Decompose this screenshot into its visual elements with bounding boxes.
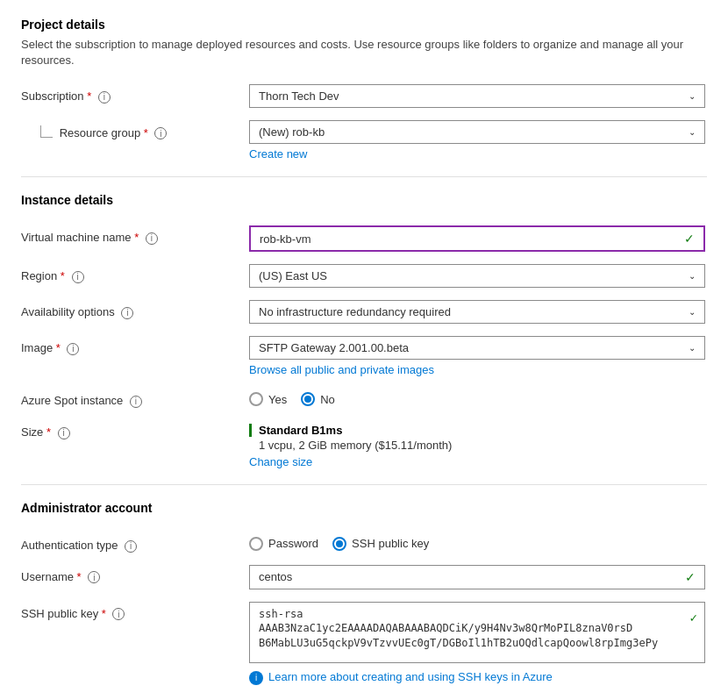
vm-name-required: * [134,231,139,244]
username-input[interactable]: centos ✓ [249,565,705,589]
instance-details-title: Instance details [21,193,707,207]
username-label: Username * i [21,565,249,584]
ssh-key-value: ssh-rsaAAAB3NzaC1yc2EAAAADAQABAAABAQDCiK… [259,608,658,650]
subscription-dropdown[interactable]: Thorn Tech Dev ⌄ [249,84,705,108]
availability-info-icon[interactable]: i [121,307,133,319]
image-required: * [56,341,61,354]
change-size-link[interactable]: Change size [249,455,312,468]
project-details-desc: Select the subscription to manage deploy… [21,37,707,68]
subscription-control: Thorn Tech Dev ⌄ [249,84,707,108]
auth-type-radio-group: Password SSH public key [249,533,707,551]
username-value: centos [259,570,292,583]
vm-name-control: rob-kb-vm ✓ [249,225,707,252]
ssh-key-check-icon: ✓ [690,610,697,627]
availability-row: Availability options i No infrastructure… [21,300,707,324]
resource-group-chevron-icon: ⌄ [689,127,696,137]
region-info-icon[interactable]: i [72,271,84,283]
region-row: Region * i (US) East US ⌄ [21,264,707,288]
auth-type-row: Authentication type i Password SSH publi… [21,533,707,553]
admin-account-section: Administrator account Authentication typ… [21,501,707,685]
auth-ssh-option[interactable]: SSH public key [332,537,429,551]
subscription-chevron-icon: ⌄ [689,91,696,101]
resource-group-value: (New) rob-kb [259,125,325,139]
region-required: * [61,269,65,282]
spot-yes-option[interactable]: Yes [249,392,287,406]
browse-images-link[interactable]: Browse all public and private images [249,363,434,376]
admin-account-title: Administrator account [21,501,707,515]
project-details-title: Project details [21,18,707,32]
image-info-icon[interactable]: i [67,343,79,355]
spot-no-radio[interactable] [301,392,315,406]
create-new-link[interactable]: Create new [249,147,307,161]
vm-name-value: rob-kb-vm [260,232,311,246]
region-chevron-icon: ⌄ [689,271,696,281]
region-value: (US) East US [259,269,327,282]
availability-label: Availability options i [21,300,249,319]
ssh-info-banner: i Learn more about creating and using SS… [249,670,705,685]
resource-group-label: Resource group * i [21,120,249,139]
region-dropdown[interactable]: (US) East US ⌄ [249,264,705,288]
username-control: centos ✓ [249,565,707,589]
availability-chevron-icon: ⌄ [689,307,696,317]
image-value: SFTP Gateway 2.001.00.beta [259,341,409,354]
vm-name-info-icon[interactable]: i [146,232,158,245]
spot-instance-label: Azure Spot instance i [21,389,249,408]
auth-ssh-radio[interactable] [332,537,346,551]
subscription-row: Subscription * i Thorn Tech Dev ⌄ [21,84,707,108]
resource-group-required: * [144,126,148,139]
vm-name-input[interactable]: rob-kb-vm ✓ [249,225,705,252]
spot-instance-radio-group: Yes No [249,389,707,406]
info-banner-icon: i [249,671,263,685]
resource-group-dropdown[interactable]: (New) rob-kb ⌄ [249,120,705,144]
auth-type-info-icon[interactable]: i [125,540,137,553]
ssh-key-wrapper: ssh-rsaAAAB3NzaC1yc2EAAAADAQABAAABAQDCiK… [249,602,705,663]
ssh-key-label: SSH public key * i [21,602,249,621]
vm-name-label: Virtual machine name * i [21,225,249,245]
spot-instance-info-icon[interactable]: i [130,396,142,408]
spot-instance-control: Yes No [249,389,707,406]
size-block: Standard B1ms 1 vcpu, 2 GiB memory ($15.… [249,420,707,468]
image-row: Image * i SFTP Gateway 2.001.00.beta ⌄ B… [21,336,707,376]
resource-group-row: Resource group * i (New) rob-kb ⌄ Create… [21,120,707,161]
region-control: (US) East US ⌄ [249,264,707,288]
ssh-learn-more-link[interactable]: Learn more about creating and using SSH … [268,670,553,683]
subscription-info-icon[interactable]: i [98,91,111,104]
username-info-icon[interactable]: i [88,571,100,583]
subscription-label: Subscription * i [21,84,249,104]
auth-ssh-label: SSH public key [352,537,429,550]
size-detail: 1 vcpu, 2 GiB memory ($15.11/month) [249,439,707,452]
size-control: Standard B1ms 1 vcpu, 2 GiB memory ($15.… [249,420,707,468]
resource-group-control: (New) rob-kb ⌄ Create new [249,120,707,161]
ssh-key-textarea[interactable]: ssh-rsaAAAB3NzaC1yc2EAAAADAQABAAABAQDCiK… [249,602,705,663]
image-control: SFTP Gateway 2.001.00.beta ⌄ Browse all … [249,336,707,376]
region-label: Region * i [21,264,249,283]
image-dropdown[interactable]: SFTP Gateway 2.001.00.beta ⌄ [249,336,705,360]
image-chevron-icon: ⌄ [689,343,696,353]
size-name: Standard B1ms [249,424,707,437]
spot-yes-radio[interactable] [249,392,263,406]
vm-name-check-icon: ✓ [684,232,695,246]
username-check-icon: ✓ [685,570,696,584]
size-label: Size * i [21,420,249,439]
ssh-key-info-icon[interactable]: i [112,608,125,620]
resource-group-info-icon[interactable]: i [154,127,167,139]
tree-line-icon [40,125,53,138]
divider-2 [21,484,707,485]
subscription-required: * [87,89,91,103]
auth-password-label: Password [268,537,318,550]
size-row: Size * i Standard B1ms 1 vcpu, 2 GiB mem… [21,420,707,468]
vm-name-row: Virtual machine name * i rob-kb-vm ✓ [21,225,707,252]
size-required: * [46,425,51,439]
availability-dropdown[interactable]: No infrastructure redundancy required ⌄ [249,300,705,324]
ssh-key-row: SSH public key * i ssh-rsaAAAB3NzaC1yc2E… [21,602,707,685]
ssh-key-required: * [102,607,106,620]
auth-password-radio[interactable] [249,537,263,551]
spot-no-option[interactable]: No [301,392,335,406]
size-info-icon[interactable]: i [58,427,70,439]
spot-instance-row: Azure Spot instance i Yes No [21,389,707,408]
availability-value: No infrastructure redundancy required [259,305,451,318]
auth-password-option[interactable]: Password [249,537,318,551]
availability-control: No infrastructure redundancy required ⌄ [249,300,707,324]
divider-1 [21,176,707,177]
auth-type-label: Authentication type i [21,533,249,553]
